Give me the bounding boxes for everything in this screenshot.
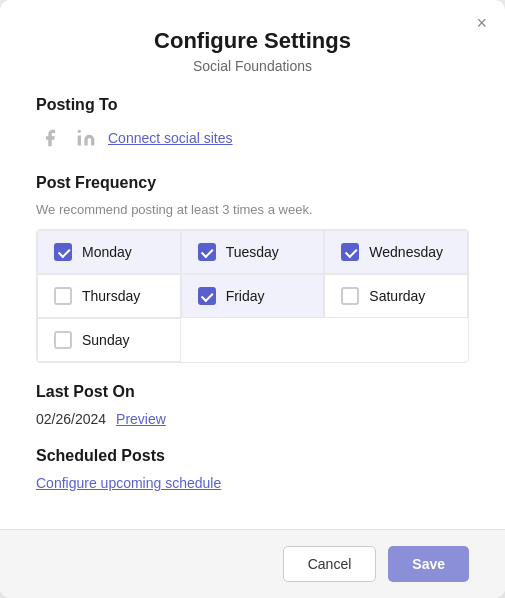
- posting-to-title: Posting To: [36, 96, 469, 114]
- modal-title: Configure Settings: [36, 28, 469, 54]
- posting-to-row: Connect social sites: [36, 124, 469, 152]
- day-cell-wednesday[interactable]: Wednesday: [324, 230, 468, 274]
- close-button[interactable]: ×: [476, 14, 487, 32]
- day-label-thursday: Thursday: [82, 288, 140, 304]
- last-post-section: Last Post On 02/26/2024 Preview: [36, 383, 469, 427]
- day-label-wednesday: Wednesday: [369, 244, 443, 260]
- checkbox-sunday[interactable]: [54, 331, 72, 349]
- day-cell-tuesday[interactable]: Tuesday: [181, 230, 325, 274]
- day-cell-thursday[interactable]: Thursday: [37, 274, 181, 318]
- post-frequency-title: Post Frequency: [36, 174, 469, 192]
- facebook-icon: [36, 124, 64, 152]
- checkbox-thursday[interactable]: [54, 287, 72, 305]
- post-frequency-section: Post Frequency We recommend posting at l…: [36, 174, 469, 363]
- cancel-button[interactable]: Cancel: [283, 546, 377, 582]
- days-grid: MondayTuesdayWednesdayThursdayFridaySatu…: [36, 229, 469, 363]
- save-button[interactable]: Save: [388, 546, 469, 582]
- configure-upcoming-schedule-link[interactable]: Configure upcoming schedule: [36, 475, 221, 491]
- configure-settings-modal: × Configure Settings Social Foundations …: [0, 0, 505, 598]
- frequency-description: We recommend posting at least 3 times a …: [36, 202, 469, 217]
- posting-to-section: Posting To Connect social sites: [36, 96, 469, 152]
- day-cell-saturday[interactable]: Saturday: [324, 274, 468, 318]
- preview-link[interactable]: Preview: [116, 411, 166, 427]
- checkbox-tuesday[interactable]: [198, 243, 216, 261]
- day-cell-friday[interactable]: Friday: [181, 274, 325, 318]
- modal-footer: Cancel Save: [0, 529, 505, 598]
- checkbox-saturday[interactable]: [341, 287, 359, 305]
- last-post-date: 02/26/2024: [36, 411, 106, 427]
- day-cell-monday[interactable]: Monday: [37, 230, 181, 274]
- day-cell-sunday[interactable]: Sunday: [37, 318, 181, 362]
- day-label-friday: Friday: [226, 288, 265, 304]
- day-label-tuesday: Tuesday: [226, 244, 279, 260]
- svg-point-0: [78, 130, 81, 133]
- scheduled-posts-title: Scheduled Posts: [36, 447, 469, 465]
- linkedin-icon: [72, 124, 100, 152]
- day-label-saturday: Saturday: [369, 288, 425, 304]
- checkbox-monday[interactable]: [54, 243, 72, 261]
- modal-subtitle: Social Foundations: [36, 58, 469, 74]
- checkbox-friday[interactable]: [198, 287, 216, 305]
- connect-social-sites-link[interactable]: Connect social sites: [108, 130, 233, 146]
- last-post-row: 02/26/2024 Preview: [36, 411, 469, 427]
- checkbox-wednesday[interactable]: [341, 243, 359, 261]
- scheduled-posts-section: Scheduled Posts Configure upcoming sched…: [36, 447, 469, 491]
- day-label-sunday: Sunday: [82, 332, 129, 348]
- modal-body: Configure Settings Social Foundations Po…: [0, 0, 505, 529]
- day-label-monday: Monday: [82, 244, 132, 260]
- last-post-title: Last Post On: [36, 383, 469, 401]
